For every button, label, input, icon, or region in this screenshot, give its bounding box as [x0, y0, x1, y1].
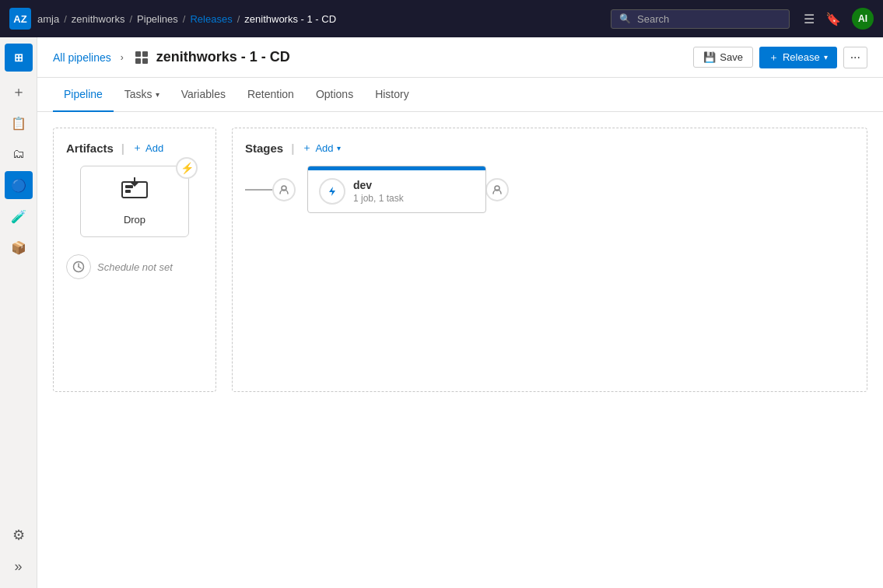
svg-rect-0 [135, 51, 141, 57]
breadcrumb-releases[interactable]: Releases [190, 13, 232, 25]
svg-rect-5 [125, 185, 133, 188]
search-icon: 🔍 [619, 13, 631, 24]
stages-box: Stages | ＋ Add ▾ [232, 128, 867, 392]
pipeline-header: All pipelines › zenithworks - 1 - CD 💾 S… [37, 37, 883, 78]
breadcrumb-zenithworks[interactable]: zenithworks [72, 13, 125, 25]
topbar-actions: ☰ 🔖 AI [804, 8, 874, 30]
tab-history[interactable]: History [364, 78, 420, 112]
content: All pipelines › zenithworks - 1 - CD 💾 S… [37, 37, 883, 588]
sidebar-item-testplans[interactable]: 🧪 [5, 202, 33, 230]
sep1: / [64, 13, 67, 25]
testplans-icon: 🧪 [11, 209, 26, 224]
azure-logo: AZ [9, 8, 31, 30]
svg-rect-6 [125, 190, 131, 193]
expand-icon: » [14, 558, 22, 575]
artifact-badge: ⚡ [176, 157, 198, 179]
stage-info: dev 1 job, 1 task [353, 179, 475, 204]
sidebar: ⊞ ＋ 📋 🗂 🔵 🧪 📦 ⚙ » [0, 37, 37, 588]
search-placeholder: Search [637, 13, 669, 25]
pipeline-canvas: Artifacts | ＋ Add ⚡ [37, 112, 883, 588]
topbar: AZ amja / zenithworks / Pipelines / Rele… [0, 0, 883, 37]
stage-name: dev [353, 179, 475, 191]
release-button[interactable]: ＋ Release ▾ [759, 47, 837, 68]
stages-header: Stages | ＋ Add ▾ [245, 141, 854, 155]
sidebar-item-settings[interactable]: ⚙ [5, 521, 33, 549]
sep4: / [237, 13, 240, 25]
sep3: / [183, 13, 186, 25]
sidebar-item-repos[interactable]: 🗂 [5, 140, 33, 168]
add-stage-button[interactable]: ＋ Add ▾ [302, 141, 340, 155]
tab-pipeline[interactable]: Pipeline [53, 78, 114, 112]
sidebar-item-expand[interactable]: » [5, 552, 33, 580]
artifacts-header: Artifacts | ＋ Add [66, 141, 203, 155]
save-button[interactable]: 💾 Save [693, 47, 753, 68]
sidebar-item-boards[interactable]: 📋 [5, 109, 33, 137]
pipeline-header-actions: 💾 Save ＋ Release ▾ ··· [693, 47, 867, 68]
avatar[interactable]: AI [852, 8, 874, 30]
post-approval-icon[interactable] [485, 178, 509, 201]
list-icon[interactable]: ☰ [804, 12, 815, 26]
add-artifact-plus-icon: ＋ [132, 141, 142, 155]
svg-rect-1 [142, 51, 148, 57]
pre-approval-icon[interactable] [272, 178, 296, 201]
sidebar-item-add[interactable]: ＋ [5, 78, 33, 106]
artifacts-box: Artifacts | ＋ Add ⚡ [53, 128, 216, 392]
tab-variables[interactable]: Variables [170, 78, 237, 112]
divider: | [121, 142, 124, 155]
svg-marker-13 [329, 187, 335, 196]
tab-tasks[interactable]: Tasks ▾ [114, 78, 170, 112]
plus-icon: ＋ [769, 51, 779, 65]
artifacts-sidebar-icon: 📦 [11, 240, 26, 255]
tabs: Pipeline Tasks ▾ Variables Retention Opt… [37, 78, 883, 112]
add-stage-plus-icon: ＋ [302, 141, 312, 155]
main-layout: ⊞ ＋ 📋 🗂 🔵 🧪 📦 ⚙ » [0, 37, 883, 588]
release-chevron-icon: ▾ [824, 53, 828, 61]
stages-label: Stages [245, 142, 283, 155]
breadcrumb-amja[interactable]: amja [37, 13, 59, 25]
bookmark-icon[interactable]: 🔖 [825, 12, 841, 26]
svg-rect-3 [142, 58, 148, 64]
schedule-icon [66, 254, 91, 279]
stage-meta: 1 job, 1 task [353, 193, 475, 204]
sidebar-item-pipelines[interactable]: 🔵 [5, 171, 33, 199]
add-artifact-button[interactable]: ＋ Add [132, 141, 163, 155]
artifact-drop-label: Drop [124, 214, 145, 226]
sidebar-bottom: ⚙ » [5, 521, 33, 580]
save-icon: 💾 [703, 51, 716, 63]
add-icon: ＋ [12, 82, 26, 101]
boards-icon: 📋 [11, 116, 26, 131]
tasks-chevron-icon: ▾ [156, 90, 159, 99]
breadcrumb-current: zenithworks - 1 - CD [244, 13, 336, 25]
breadcrumb-pipelines[interactable]: Pipelines [137, 13, 178, 25]
sidebar-item-artifacts[interactable]: 📦 [5, 233, 33, 261]
breadcrumb: amja / zenithworks / Pipelines / Release… [37, 13, 604, 25]
svg-line-11 [79, 267, 81, 268]
azure-devops-icon: ⊞ [14, 51, 23, 64]
repos-icon: 🗂 [12, 147, 25, 161]
sep2: / [129, 13, 132, 25]
tab-options[interactable]: Options [305, 78, 364, 112]
pipeline-title-area: zenithworks - 1 - CD [133, 49, 290, 66]
stages-divider: | [291, 142, 294, 155]
sidebar-item-azure[interactable]: ⊞ [5, 44, 33, 72]
pipeline-title: zenithworks - 1 - CD [156, 49, 290, 65]
pipelines-icon: 🔵 [11, 178, 26, 193]
pipeline-type-icon [133, 49, 150, 66]
artifact-card[interactable]: ⚡ Drop [80, 166, 189, 237]
stage-lightning-icon [319, 178, 345, 205]
stage-card-wrapper: dev 1 job, 1 task [245, 166, 854, 213]
svg-rect-2 [135, 58, 141, 64]
add-stage-chevron-icon: ▾ [337, 144, 341, 152]
stage-card-dev[interactable]: dev 1 job, 1 task [307, 166, 486, 213]
artifact-drop-icon [121, 177, 149, 208]
all-pipelines-link[interactable]: All pipelines [53, 51, 111, 64]
search-bar[interactable]: 🔍 Search [611, 9, 790, 29]
header-chevron: › [121, 52, 124, 63]
artifacts-label: Artifacts [66, 142, 114, 155]
artifact-badge-icon: ⚡ [180, 162, 194, 174]
schedule-row[interactable]: Schedule not set [66, 254, 203, 279]
stage-card-body: dev 1 job, 1 task [308, 170, 485, 212]
tab-retention[interactable]: Retention [237, 78, 305, 112]
schedule-text: Schedule not set [97, 261, 173, 273]
more-button[interactable]: ··· [843, 47, 867, 68]
